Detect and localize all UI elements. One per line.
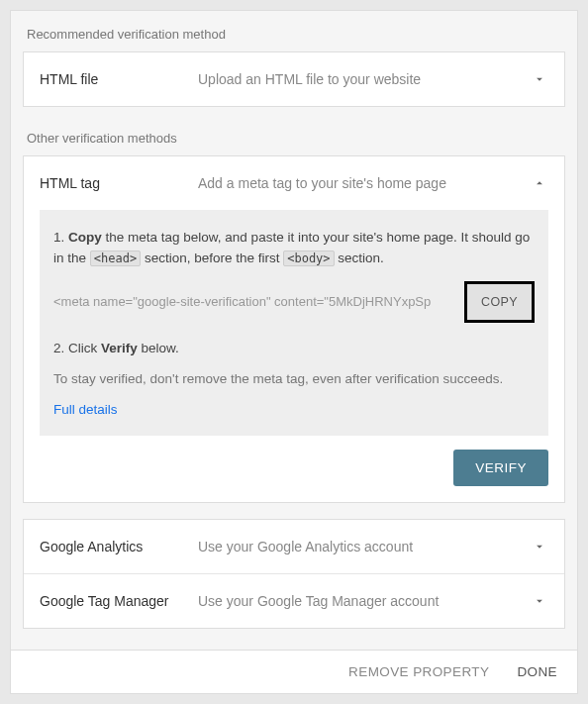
html-file-subtitle: Upload an HTML file to your website: [198, 71, 531, 87]
meta-tag-snippet[interactable]: <meta name="google-site-verification" co…: [53, 294, 458, 309]
html-file-card: HTML file Upload an HTML file to your we…: [23, 51, 565, 107]
other-section-label: Other verification methods: [23, 123, 565, 155]
google-analytics-title: Google Analytics: [40, 539, 198, 554]
copy-button[interactable]: COPY: [464, 281, 535, 323]
html-tag-card: HTML tag Add a meta tag to your site's h…: [23, 155, 565, 503]
verify-button[interactable]: VERIFY: [453, 450, 548, 486]
head-code: <head>: [90, 251, 141, 266]
instructions-panel: 1. Copy the meta tag below, and paste it…: [40, 210, 548, 436]
stay-verified-note: To stay verified, don't remove the meta …: [53, 371, 535, 386]
google-analytics-subtitle: Use your Google Analytics account: [198, 539, 531, 554]
chevron-down-icon: [531, 538, 548, 555]
chevron-down-icon: [531, 70, 548, 88]
html-tag-header[interactable]: HTML tag Add a meta tag to your site's h…: [24, 156, 564, 210]
verify-row: VERIFY: [40, 436, 548, 486]
step-1-text: 1. Copy the meta tag below, and paste it…: [53, 228, 535, 269]
google-tag-manager-subtitle: Use your Google Tag Manager account: [198, 593, 531, 609]
other-methods-stack: Google Analytics Use your Google Analyti…: [23, 519, 565, 629]
meta-tag-row: <meta name="google-site-verification" co…: [53, 281, 535, 323]
body-code: <body>: [283, 251, 334, 266]
html-file-title: HTML file: [40, 71, 198, 87]
google-analytics-header[interactable]: Google Analytics Use your Google Analyti…: [24, 520, 564, 574]
html-tag-subtitle: Add a meta tag to your site's home page: [198, 175, 531, 191]
recommended-section-label: Recommended verification method: [23, 19, 565, 51]
content-area: Recommended verification method HTML fil…: [11, 11, 577, 650]
remove-property-button[interactable]: REMOVE PROPERTY: [348, 664, 489, 679]
verification-panel: Recommended verification method HTML fil…: [10, 10, 578, 694]
full-details-link[interactable]: Full details: [53, 402, 118, 417]
footer-bar: REMOVE PROPERTY DONE: [11, 650, 577, 693]
google-tag-manager-title: Google Tag Manager: [40, 593, 198, 609]
google-tag-manager-header[interactable]: Google Tag Manager Use your Google Tag M…: [24, 574, 564, 628]
done-button[interactable]: DONE: [517, 664, 557, 679]
step-2-text: 2. Click Verify below.: [53, 339, 535, 359]
html-tag-title: HTML tag: [40, 175, 198, 191]
html-tag-body: 1. Copy the meta tag below, and paste it…: [24, 210, 564, 502]
html-file-header[interactable]: HTML file Upload an HTML file to your we…: [24, 52, 564, 106]
chevron-up-icon: [531, 174, 548, 192]
chevron-down-icon: [531, 592, 548, 610]
